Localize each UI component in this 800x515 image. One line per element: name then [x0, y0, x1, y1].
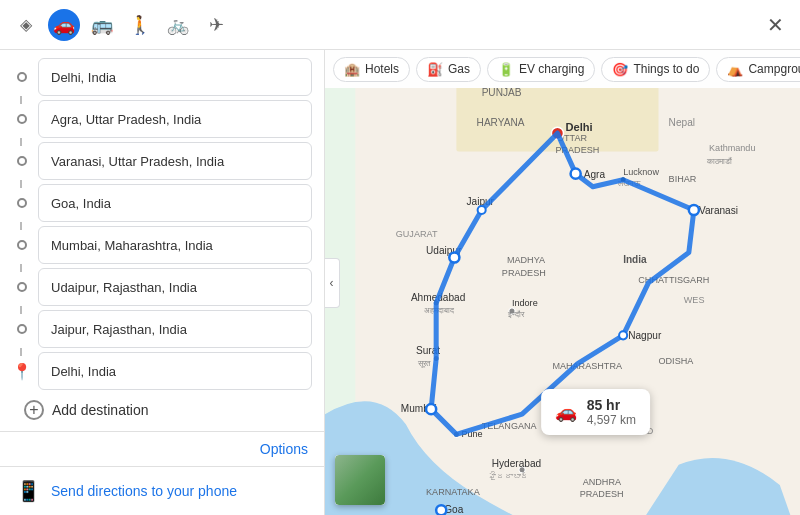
map-area[interactable]: 🏨 Hotels ⛽ Gas 🔋 EV charging 🎯 Things to… [325, 50, 800, 515]
svg-text:PRADESH: PRADESH [502, 268, 546, 278]
svg-text:Lucknow: Lucknow [623, 167, 659, 177]
route-time: 85 hr [587, 397, 636, 413]
flight-mode-icon[interactable]: ✈ [200, 9, 232, 41]
svg-text:Delhi: Delhi [566, 121, 593, 133]
phone-icon: 📱 [16, 479, 41, 503]
svg-text:सूरत: सूरत [417, 359, 431, 368]
dest-input-5[interactable] [38, 226, 312, 264]
car-mode-icon[interactable]: 🚗 [48, 9, 80, 41]
dest-input-1[interactable] [38, 58, 312, 96]
svg-text:Agra: Agra [584, 169, 606, 180]
dest-pin-8: 📍 [12, 363, 32, 379]
svg-text:India: India [623, 254, 647, 265]
layers-button[interactable] [335, 455, 385, 505]
filter-ev[interactable]: 🔋 EV charging [487, 57, 595, 82]
dest-input-7[interactable] [38, 310, 312, 348]
filter-camp-label: Campgrou... [748, 62, 800, 76]
destination-row-6 [12, 268, 312, 306]
main-content: 📍 + Add destination Options 📱 Send direc… [0, 50, 800, 515]
svg-text:KARNATAKA: KARNATAKA [426, 487, 481, 497]
dest-input-4[interactable] [38, 184, 312, 222]
ev-icon: 🔋 [498, 62, 514, 77]
svg-point-62 [478, 206, 486, 214]
route-car-icon: 🚗 [555, 401, 577, 423]
route-options-icon[interactable]: ◈ [10, 9, 42, 41]
svg-text:MADHYA: MADHYA [507, 255, 546, 265]
layers-thumbnail [335, 455, 385, 505]
filter-things-label: Things to do [633, 62, 699, 76]
filter-hotels[interactable]: 🏨 Hotels [333, 57, 410, 82]
filter-gas-label: Gas [448, 62, 470, 76]
svg-text:Nagpur: Nagpur [628, 330, 662, 341]
svg-text:काठमाडौं: काठमाडौं [706, 156, 732, 166]
destination-row-1 [12, 58, 312, 96]
svg-text:ODISHA: ODISHA [659, 356, 695, 366]
svg-text:PRADESH: PRADESH [580, 489, 624, 499]
dest-input-6[interactable] [38, 268, 312, 306]
options-row: Options [0, 431, 324, 466]
svg-text:Kathmandu: Kathmandu [709, 143, 755, 153]
svg-text:Varanasi: Varanasi [699, 205, 738, 216]
svg-point-57 [571, 169, 581, 179]
transport-mode-selector: ◈ 🚗 🚌 🚶 🚲 ✈ [10, 9, 232, 41]
destination-row-7 [12, 310, 312, 348]
destinations-list: 📍 + Add destination [0, 50, 324, 431]
options-button[interactable]: Options [260, 441, 308, 457]
svg-text:BIHAR: BIHAR [669, 174, 697, 184]
route-info-box: 🚗 85 hr 4,597 km [541, 389, 650, 435]
svg-text:PUNJAB: PUNJAB [482, 88, 522, 98]
dest-input-8[interactable] [38, 352, 312, 390]
destination-row-2 [12, 100, 312, 138]
add-destination-label: Add destination [52, 402, 149, 418]
walk-mode-icon[interactable]: 🚶 [124, 9, 156, 41]
gas-icon: ⛽ [427, 62, 443, 77]
dest-dot-4 [12, 198, 32, 208]
top-bar: ◈ 🚗 🚌 🚶 🚲 ✈ ✕ [0, 0, 800, 50]
bike-mode-icon[interactable]: 🚲 [162, 9, 194, 41]
close-button[interactable]: ✕ [760, 10, 790, 40]
svg-text:Hyderabad: Hyderabad [492, 458, 541, 469]
send-directions-label: Send directions to your phone [51, 483, 237, 499]
add-destination-icon: + [24, 400, 44, 420]
filter-gas[interactable]: ⛽ Gas [416, 57, 481, 82]
filter-camp[interactable]: ⛺ Campgrou... [716, 57, 800, 82]
svg-text:Nepal: Nepal [669, 117, 695, 128]
dest-input-2[interactable] [38, 100, 312, 138]
dest-dot-1 [12, 72, 32, 82]
dest-dot-3 [12, 156, 32, 166]
left-panel: 📍 + Add destination Options 📱 Send direc… [0, 50, 325, 515]
map-svg: PUNJAB UTTARAKHAND HARYANA UTTAR PRADESH… [325, 88, 800, 515]
svg-point-63 [436, 505, 446, 515]
dest-input-3[interactable] [38, 142, 312, 180]
dest-dot-2 [12, 114, 32, 124]
svg-text:హైదరాబాద్: హైదరాబాద్ [489, 471, 529, 481]
filter-hotels-label: Hotels [365, 62, 399, 76]
svg-text:GUJARAT: GUJARAT [396, 229, 438, 239]
svg-point-58 [689, 205, 699, 215]
route-distance: 4,597 km [587, 413, 636, 427]
destination-row-3 [12, 142, 312, 180]
filter-things[interactable]: 🎯 Things to do [601, 57, 710, 82]
svg-point-60 [426, 404, 436, 414]
destination-row-4 [12, 184, 312, 222]
destination-row-5 [12, 226, 312, 264]
things-icon: 🎯 [612, 62, 628, 77]
svg-text:ANDHRA: ANDHRA [583, 477, 622, 487]
hotels-icon: 🏨 [344, 62, 360, 77]
svg-text:अहमदाबाद: अहमदाबाद [424, 306, 455, 315]
svg-point-61 [449, 252, 459, 262]
add-destination-button[interactable]: + Add destination [12, 394, 312, 426]
dest-dot-6 [12, 282, 32, 292]
collapse-panel-button[interactable]: ‹ [325, 258, 340, 308]
dest-dot-7 [12, 324, 32, 334]
filter-bar: 🏨 Hotels ⛽ Gas 🔋 EV charging 🎯 Things to… [325, 50, 800, 88]
transit-mode-icon[interactable]: 🚌 [86, 9, 118, 41]
svg-text:MAHARASHTRA: MAHARASHTRA [552, 361, 623, 371]
send-directions-button[interactable]: 📱 Send directions to your phone [0, 466, 324, 515]
filter-ev-label: EV charging [519, 62, 584, 76]
dest-dot-5 [12, 240, 32, 250]
svg-text:HARYANA: HARYANA [477, 117, 525, 128]
route-details: 85 hr 4,597 km [587, 397, 636, 427]
svg-text:Indore: Indore [512, 298, 538, 308]
camp-icon: ⛺ [727, 62, 743, 77]
